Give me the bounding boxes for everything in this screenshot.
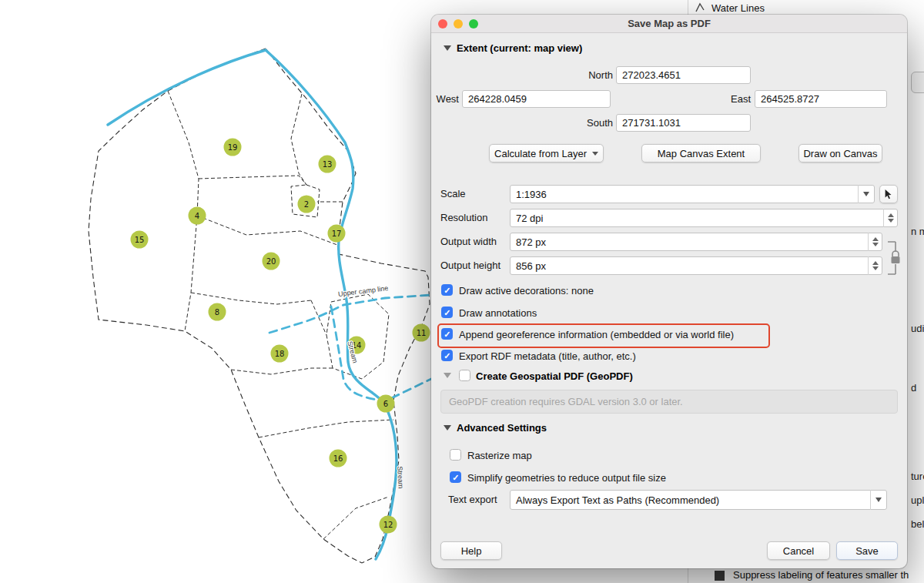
qgis-window: 191324171520811141861612Upper camp lineS… xyxy=(0,0,924,583)
layer-tree-item-water-lines[interactable]: Water Lines xyxy=(695,0,765,15)
geopdf-note-text: GeoPDF creation requires GDAL version 3.… xyxy=(449,396,683,407)
close-window-button[interactable] xyxy=(438,19,447,28)
simplify-geometries-checkbox[interactable] xyxy=(450,471,461,483)
map-outer-boundary xyxy=(89,49,430,563)
east-input[interactable]: 264525.8727 xyxy=(755,90,887,108)
set-scale-from-map-button[interactable] xyxy=(879,185,898,203)
west-label: West xyxy=(436,90,459,108)
output-height-spinner[interactable]: 856 px xyxy=(510,256,882,275)
color-swatch[interactable] xyxy=(715,571,725,581)
lock-aspect-ratio-icon[interactable] xyxy=(886,236,901,280)
rasterize-map-label: Rasterize map xyxy=(467,450,532,461)
stepper-buttons[interactable] xyxy=(883,209,897,227)
simplify-geometries-label: Simplify geometries to reduce output fil… xyxy=(467,472,666,484)
output-height-label: Output height xyxy=(440,256,500,274)
calculate-from-layer-label: Calculate from Layer xyxy=(494,148,587,159)
map-parcel-line xyxy=(168,91,199,216)
step-down-icon xyxy=(872,243,879,246)
map-marker-number: 2 xyxy=(304,200,309,209)
map-marker-number: 15 xyxy=(135,236,145,244)
clipped-panel-text: n m xyxy=(911,226,924,237)
minimize-window-button[interactable] xyxy=(454,19,463,28)
chevron-down-icon xyxy=(875,498,882,502)
chevron-down-icon xyxy=(592,152,598,156)
output-width-value: 872 px xyxy=(516,236,546,248)
map-parcel-line xyxy=(199,176,306,185)
scale-combobox[interactable]: 1:1936 xyxy=(510,185,875,203)
map-marker-number: 11 xyxy=(417,329,427,337)
clipped-panel-text: d xyxy=(911,382,916,394)
map-marker-number: 16 xyxy=(333,454,343,463)
map-marker-number: 8 xyxy=(215,308,219,317)
export-rdf-metadata-checkbox[interactable] xyxy=(441,350,453,361)
map-marker-number: 6 xyxy=(383,400,388,408)
map-canvas-extent-button[interactable]: Map Canvas Extent xyxy=(641,144,761,163)
water-line-stream xyxy=(108,50,397,559)
resolution-label: Resolution xyxy=(440,209,487,226)
map-parcel-line xyxy=(197,216,339,254)
east-value: 264525.8727 xyxy=(761,93,819,105)
resolution-value: 72 dpi xyxy=(516,213,543,224)
text-export-dropdown[interactable]: Always Export Text as Paths (Recommended… xyxy=(510,490,887,510)
save-button[interactable]: Save xyxy=(836,541,898,560)
draw-on-canvas-label: Draw on Canvas xyxy=(803,148,877,159)
advanced-settings-header: Advanced Settings xyxy=(457,422,547,434)
clipped-panel-button[interactable] xyxy=(911,72,924,93)
map-canvas-extent-label: Map Canvas Extent xyxy=(658,148,745,159)
cancel-button[interactable]: Cancel xyxy=(767,541,830,560)
draw-active-decorations-label: Draw active decorations: none xyxy=(459,285,594,297)
disclosure-triangle-icon[interactable] xyxy=(444,45,451,51)
map-parcel-line xyxy=(231,368,333,374)
disclosure-triangle-icon[interactable] xyxy=(444,373,451,378)
stepper-buttons[interactable] xyxy=(868,256,882,275)
save-map-as-pdf-dialog: Save Map as PDF Extent (current: map vie… xyxy=(431,15,907,568)
zoom-window-button[interactable] xyxy=(469,19,478,28)
draw-on-canvas-button[interactable]: Draw on Canvas xyxy=(798,144,882,163)
create-geospatial-pdf-label: Create Geospatial PDF (GeoPDF) xyxy=(476,370,633,382)
draw-annotations-checkbox[interactable] xyxy=(441,307,453,318)
map-marker-number: 19 xyxy=(228,143,238,152)
draw-active-decorations-checkbox[interactable] xyxy=(441,284,453,296)
north-input[interactable]: 272023.4651 xyxy=(616,66,751,84)
map-markers-and-labels: 191324171520811141861612Upper camp lineS… xyxy=(131,139,430,534)
scale-dropdown-button[interactable] xyxy=(858,185,874,203)
dropdown-button[interactable] xyxy=(870,490,886,510)
append-georeference-label: Append georeference information (embedde… xyxy=(459,329,734,340)
draw-annotations-label: Draw annotations xyxy=(459,307,537,319)
map-text-label: Stream xyxy=(396,466,405,488)
stepper-buttons[interactable] xyxy=(868,233,882,251)
step-up-icon xyxy=(888,213,894,217)
west-input[interactable]: 264228.0459 xyxy=(462,90,611,108)
extent-section-header: Extent (current: map view) xyxy=(457,42,582,54)
scale-value: 1:1936 xyxy=(516,189,547,200)
text-export-label: Text export xyxy=(448,491,497,508)
dialog-title: Save Map as PDF xyxy=(431,15,907,32)
map-marker-number: 13 xyxy=(323,160,333,169)
rasterize-map-checkbox[interactable] xyxy=(450,449,461,461)
scale-label: Scale xyxy=(440,185,466,203)
output-width-spinner[interactable]: 872 px xyxy=(510,233,882,251)
line-symbol-icon xyxy=(695,2,707,14)
output-width-label: Output width xyxy=(440,233,497,250)
map-parcel-line xyxy=(191,293,311,304)
cursor-icon xyxy=(883,189,894,199)
resolution-spinner[interactable]: 72 dpi xyxy=(510,209,898,227)
help-button[interactable]: Help xyxy=(440,541,502,560)
geopdf-requirement-note: GeoPDF creation requires GDAL version 3.… xyxy=(440,390,898,414)
create-geospatial-pdf-checkbox[interactable] xyxy=(459,370,470,381)
dialog-titlebar[interactable]: Save Map as PDF xyxy=(431,15,907,33)
chevron-down-icon xyxy=(863,192,869,196)
water-line-branch xyxy=(331,307,431,401)
disclosure-triangle-icon[interactable] xyxy=(444,425,451,431)
map-parcel-line xyxy=(323,497,389,539)
south-input[interactable]: 271731.1031 xyxy=(616,114,751,132)
south-value: 271731.1031 xyxy=(622,117,681,129)
north-value: 272023.4651 xyxy=(622,69,681,81)
cancel-label: Cancel xyxy=(783,545,814,557)
calculate-from-layer-button[interactable]: Calculate from Layer xyxy=(489,144,604,163)
append-georeference-checkbox[interactable] xyxy=(441,328,453,340)
output-height-value: 856 px xyxy=(516,260,546,272)
water-line-upper-camp xyxy=(270,295,431,333)
clipped-option-label: Suppress labeling of features smaller th xyxy=(733,569,915,581)
step-up-icon xyxy=(872,237,879,241)
